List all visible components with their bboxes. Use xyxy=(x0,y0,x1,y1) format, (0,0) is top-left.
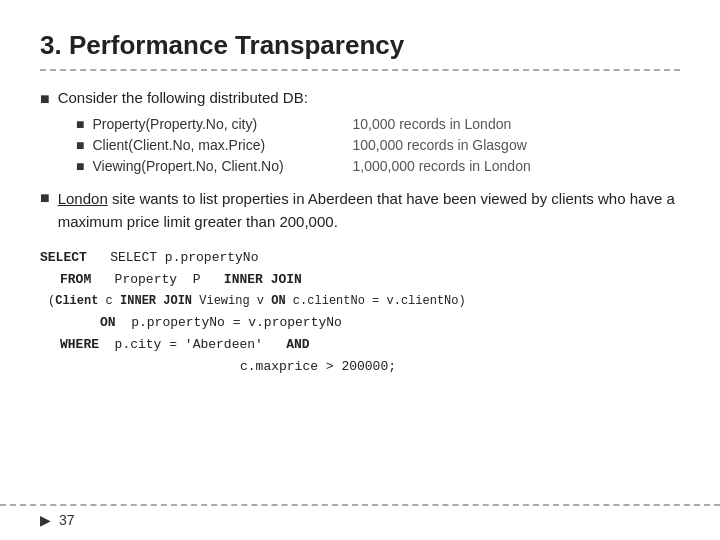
sub-bullet-3-right: 1,000,000 records in London xyxy=(352,158,530,174)
sub-bullet-2-left: Client(Client.No, max.Price) xyxy=(92,137,292,153)
sub-bullets-list: ■ Property(Property.No, city) 10,000 rec… xyxy=(76,116,680,174)
sub-bullet-2: ■ Client(Client.No, max.Price) 100,000 r… xyxy=(76,137,680,153)
code-maxprice: c.maxprice > 200000; xyxy=(240,356,396,378)
sub-bullet-1-right: 10,000 records in London xyxy=(352,116,511,132)
code-line-1: SELECT SELECT p.propertyNo xyxy=(40,247,680,269)
sub-bullet-1-left: Property(Property.No, city) xyxy=(92,116,292,132)
outer-bullet-2-text: London site wants to list properties in … xyxy=(58,188,680,233)
code-on-kw: ON xyxy=(100,312,116,334)
code-line-5: WHERE p.city = 'Aberdeen' AND xyxy=(40,334,680,356)
code-client-join: (Client c INNER JOIN Viewing v ON c.clie… xyxy=(48,291,466,311)
sub-bullet-3: ■ Viewing(Propert.No, Client.No) 1,000,0… xyxy=(76,158,680,174)
sub-bullet-3-left: Viewing(Propert.No, Client.No) xyxy=(92,158,292,174)
london-underline: London xyxy=(58,190,108,207)
code-select-kw: SELECT xyxy=(40,247,110,269)
sub-arrow-icon-2: ■ xyxy=(76,137,84,153)
sub-bullet-3-content: Viewing(Propert.No, Client.No) 1,000,000… xyxy=(92,158,530,174)
code-line-6: c.maxprice > 200000; xyxy=(40,356,680,378)
sub-bullet-1-content: Property(Property.No, city) 10,000 recor… xyxy=(92,116,511,132)
sub-bullet-2-right: 100,000 records in Glasgow xyxy=(352,137,526,153)
sub-arrow-icon-3: ■ xyxy=(76,158,84,174)
code-block: SELECT SELECT p.propertyNo FROM Property… xyxy=(40,247,680,378)
outer-bullet-2: ■ London site wants to list properties i… xyxy=(40,188,680,233)
code-where-kw: WHERE xyxy=(60,334,99,356)
code-on-body: p.propertyNo = v.propertyNo xyxy=(116,312,342,334)
code-select-body: SELECT p.propertyNo xyxy=(110,247,258,269)
outer-bullet-1: ■ Consider the following distributed DB: xyxy=(40,89,680,108)
slide-title: 3. Performance Transparency xyxy=(40,30,680,71)
bottom-bar: ▶ 37 xyxy=(0,504,720,528)
bullet-arrow-icon-2: ■ xyxy=(40,189,50,207)
code-from-kw: FROM xyxy=(60,269,91,291)
sub-bullet-2-content: Client(Client.No, max.Price) 100,000 rec… xyxy=(92,137,526,153)
code-where-body: p.city = 'Aberdeen' AND xyxy=(99,334,310,356)
code-line-3: (Client c INNER JOIN Viewing v ON c.clie… xyxy=(40,291,680,311)
slide: 3. Performance Transparency ■ Consider t… xyxy=(0,0,720,540)
code-line-2: FROM Property P INNER JOIN xyxy=(40,269,680,291)
outer-bullet-1-text: Consider the following distributed DB: xyxy=(58,89,308,106)
code-from-body: Property P INNER JOIN xyxy=(91,269,302,291)
slide-number: 37 xyxy=(59,512,75,528)
bullet-section-1: ■ Consider the following distributed DB:… xyxy=(40,89,680,174)
slide-num-arrow-icon: ▶ xyxy=(40,512,51,528)
code-line-4: ON p.propertyNo = v.propertyNo xyxy=(40,312,680,334)
sub-arrow-icon-1: ■ xyxy=(76,116,84,132)
bullet-arrow-icon: ■ xyxy=(40,90,50,108)
outer-bullet-2-rest: site wants to list properties in Aberdee… xyxy=(58,190,675,230)
sub-bullet-1: ■ Property(Property.No, city) 10,000 rec… xyxy=(76,116,680,132)
